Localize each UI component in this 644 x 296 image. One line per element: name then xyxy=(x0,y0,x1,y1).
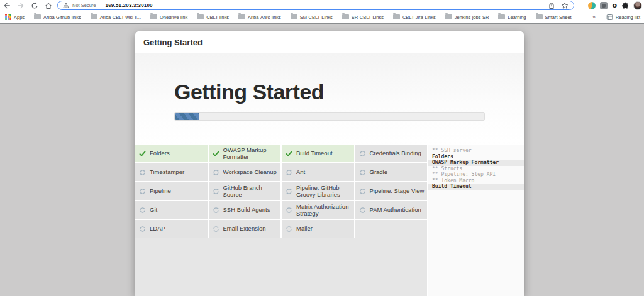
plugin-cell: Mailer xyxy=(282,220,354,238)
plugin-name: Matrix Authorization Strategy xyxy=(296,203,352,217)
bookmarks-overflow-chevron[interactable]: » xyxy=(592,14,596,20)
bookmark-item[interactable]: CBLT-Jira-Links xyxy=(393,14,436,20)
forward-arrow-icon xyxy=(17,2,25,9)
bookmark-label: Ariba-CBLT-wiki-li... xyxy=(100,14,141,20)
bookmark-item[interactable]: Onedrive-link xyxy=(150,14,187,20)
folder-icon xyxy=(34,14,41,19)
bookmark-star-icon[interactable] xyxy=(561,2,569,9)
forward-button[interactable] xyxy=(14,1,28,11)
apps-label: Apps xyxy=(14,14,25,20)
bookmark-item[interactable]: CBLT-links xyxy=(197,14,229,20)
plugin-cell: GitHub Branch Source xyxy=(209,182,281,200)
reload-icon xyxy=(31,2,38,9)
bookmarks-bar: Apps Ariba-Github-linksAriba-CBLT-wiki-l… xyxy=(0,11,644,23)
share-icon[interactable] xyxy=(548,2,555,9)
bookmark-item[interactable]: Ariba-Anrc-links xyxy=(238,14,281,20)
refresh-icon xyxy=(213,169,219,176)
plugin-cell: Workspace Cleanup xyxy=(209,163,281,181)
plugin-name: Gradle xyxy=(370,168,388,176)
folder-icon xyxy=(238,14,245,19)
folder-icon xyxy=(91,14,97,19)
bookmark-label: Ariba-Github-links xyxy=(43,14,81,20)
url-text[interactable]: 169.51.203.3:30100 xyxy=(106,3,153,8)
browser-toolbar: Not Secure 169.51.203.3:30100 ō xyxy=(0,0,644,24)
bookmark-item[interactable]: SR-CBLT-Links xyxy=(342,14,384,20)
console-line: Folders xyxy=(428,154,524,160)
bookmark-item[interactable]: Smart-Sheet xyxy=(536,14,572,20)
reading-list-label: Reading list xyxy=(616,14,640,20)
plugin-cell: Git xyxy=(135,201,208,219)
console-line: OWASP Markup Formatter xyxy=(428,160,524,166)
refresh-icon xyxy=(286,226,292,233)
extension-globe-icon[interactable] xyxy=(588,2,596,9)
install-progress-bar xyxy=(174,112,485,121)
plugin-cell: Pipeline: Stage View xyxy=(355,182,428,200)
plugin-name: Pipeline: Stage View xyxy=(370,187,425,195)
check-icon xyxy=(139,150,146,157)
refresh-icon xyxy=(213,188,219,195)
bookmark-item[interactable]: Ariba-Github-links xyxy=(34,14,81,20)
bookmark-label: SR-CBLT-Links xyxy=(352,14,384,20)
profile-avatar[interactable] xyxy=(633,1,642,10)
plugin-name: Credentials Binding xyxy=(370,150,421,157)
plugin-cell: LDAP xyxy=(135,220,208,238)
console-line: ** Pipeline: Step API xyxy=(428,172,524,178)
plugin-name: Mailer xyxy=(296,225,313,233)
plugin-name: Ant xyxy=(296,168,305,176)
refresh-icon xyxy=(213,207,219,214)
not-secure-warning-icon xyxy=(63,3,69,8)
extension-dark-icon[interactable]: ō xyxy=(612,2,617,9)
plugin-name: Git xyxy=(150,206,157,214)
dialog-header: Getting Started xyxy=(135,31,524,53)
bookmark-item[interactable]: Ariba-CBLT-wiki-li... xyxy=(91,14,141,20)
extensions-puzzle-icon[interactable] xyxy=(621,2,629,9)
apps-shortcut[interactable]: Apps xyxy=(5,14,25,20)
plugin-name: PAM Authentication xyxy=(370,206,421,214)
plugin-cell: OWASP Markup Formatter xyxy=(209,145,281,162)
apps-grid-icon xyxy=(5,14,11,20)
bookmarks-divider xyxy=(601,14,601,21)
bookmark-item[interactable]: SM-CBLT-Links xyxy=(291,14,333,20)
home-button[interactable] xyxy=(42,1,55,11)
refresh-icon xyxy=(139,207,146,214)
refresh-icon xyxy=(359,207,366,214)
console-line: ** Token Macro xyxy=(428,178,524,184)
page-title: Getting Started xyxy=(174,80,524,104)
dialog-title: Getting Started xyxy=(143,38,203,47)
security-label: Not Secure xyxy=(72,3,96,8)
plugin-name: OWASP Markup Formatter xyxy=(223,146,279,161)
hero-section: Getting Started xyxy=(135,53,524,145)
bookmark-item[interactable]: Jenkins-jobs-SR xyxy=(445,14,489,20)
bookmark-label: Learning xyxy=(508,14,526,20)
plugin-name: GitHub Branch Source xyxy=(223,184,279,199)
home-icon xyxy=(45,2,52,9)
refresh-icon xyxy=(139,188,146,195)
folder-icon xyxy=(291,14,297,19)
plugin-cell: Gradle xyxy=(355,163,428,181)
bookmark-label: Ariba-Anrc-links xyxy=(248,14,281,20)
refresh-icon xyxy=(359,188,366,195)
bookmark-label: CBLT-Jira-Links xyxy=(402,14,436,20)
check-icon xyxy=(286,150,292,157)
console-line: Build Timeout xyxy=(428,184,524,190)
reading-list-button[interactable]: Reading list xyxy=(606,14,640,21)
plugin-cell: Build Timeout xyxy=(282,145,354,162)
bookmark-label: SM-CBLT-Links xyxy=(300,14,333,20)
plugin-name: Pipeline xyxy=(150,187,171,195)
back-button[interactable] xyxy=(0,1,14,11)
folder-icon xyxy=(150,14,157,19)
plugin-cell: Pipeline: GitHub Groovy Libraries xyxy=(282,182,354,200)
console-line: ** Structs xyxy=(428,166,524,172)
extension-gray-icon[interactable] xyxy=(600,2,608,9)
folder-icon xyxy=(342,14,349,19)
install-console: ** SSH serverFoldersOWASP Markup Formatt… xyxy=(428,145,524,296)
refresh-icon xyxy=(139,169,146,176)
bookmark-item[interactable]: Learning xyxy=(498,14,526,20)
address-bar[interactable]: Not Secure 169.51.203.3:30100 xyxy=(57,1,574,10)
bookmark-label: Smart-Sheet xyxy=(545,14,572,20)
reload-button[interactable] xyxy=(28,1,42,11)
plugin-cell: Email Extension xyxy=(209,220,281,238)
check-icon xyxy=(213,150,219,157)
plugin-grid: FoldersOWASP Markup FormatterBuild Timeo… xyxy=(135,145,427,238)
plugin-cell-empty xyxy=(355,220,428,238)
